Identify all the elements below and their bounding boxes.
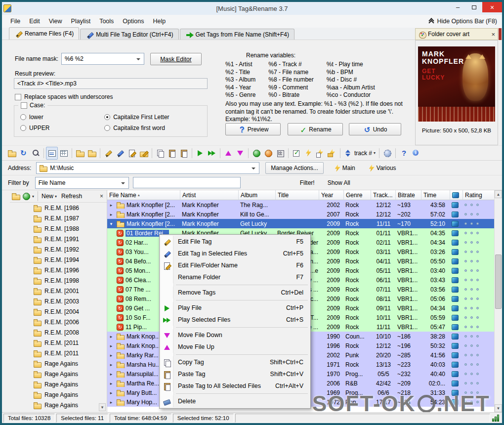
file-row[interactable]: ▸Mark Knopfler [2...Mark KnopflerKill to… xyxy=(107,210,494,219)
tree-item[interactable]: R.E.M. [1988 xyxy=(10,223,107,234)
menuitem-edit-file-tag[interactable]: Edit File TagF5 xyxy=(161,236,309,248)
lightning-copy-button[interactable] xyxy=(314,147,326,160)
address-combo[interactable]: M:\Music xyxy=(36,162,259,174)
cover-close-icon[interactable]: × xyxy=(491,31,495,38)
tab-folder-cover-art[interactable]: Folder cover art × xyxy=(415,28,498,40)
replace-underscores-option[interactable]: Replace spaces with underscores xyxy=(15,93,113,100)
tree-item[interactable]: Rage Agains xyxy=(10,389,107,400)
network-icon[interactable] xyxy=(22,192,31,201)
scroll-thumb[interactable] xyxy=(495,255,502,309)
menuitem-copy-tag[interactable]: Copy TagShift+Ctrl+C xyxy=(161,356,309,368)
folder-closed-button[interactable] xyxy=(86,147,98,160)
tree-item[interactable]: R.E.M. [2011 xyxy=(10,348,107,358)
tree-item[interactable]: Rage Agains xyxy=(10,400,107,410)
lightning-folder-button[interactable] xyxy=(326,147,338,160)
column-header-bitrate[interactable]: Bitrate xyxy=(396,190,421,200)
search-button[interactable] xyxy=(30,147,42,160)
web-green-button[interactable] xyxy=(251,147,262,160)
scroll-up-icon[interactable]: ▲ xyxy=(495,190,502,198)
menuitem-move-file-up[interactable]: Move File Up xyxy=(161,341,309,353)
paste-all-button[interactable] xyxy=(178,147,190,160)
column-header-file-name[interactable]: File Name▴ xyxy=(107,190,180,200)
column-header-tag-type[interactable] xyxy=(450,190,463,200)
mask-editor-button[interactable]: Mask Editor xyxy=(150,53,202,65)
view-table-button[interactable] xyxy=(58,147,70,160)
expand-arrow-icon[interactable]: ▾ xyxy=(107,221,115,226)
check-pen-button[interactable] xyxy=(291,147,302,160)
menu-edit[interactable]: Edit xyxy=(25,16,44,27)
tree-item[interactable]: R.E.M. [2008 xyxy=(10,327,107,338)
preview-button[interactable]: Preview xyxy=(225,123,281,135)
tab-get-tags-from-file-name-shift-f4[interactable]: Get Tags from File Name (Shift+F4) xyxy=(180,29,295,40)
tree-item[interactable]: R.E.M. [2004 xyxy=(10,306,107,317)
new-folder-icon[interactable] xyxy=(11,192,20,201)
tab-rename-files-f4[interactable]: Rename Files (F4) xyxy=(9,27,79,40)
column-header-artist[interactable]: Artist xyxy=(180,190,239,200)
expand-arrow-icon[interactable]: ▸ xyxy=(107,203,115,208)
tri-down-button[interactable] xyxy=(234,147,246,160)
folder-open-button[interactable] xyxy=(6,147,18,160)
tree-item[interactable]: R.E.M. [2001 xyxy=(10,286,107,296)
paste-button[interactable] xyxy=(166,147,178,160)
expand-arrow-icon[interactable]: ▸ xyxy=(107,390,115,395)
keypad-button[interactable] xyxy=(274,147,286,160)
case-option-lower[interactable]: lower xyxy=(20,112,104,123)
show-all-button[interactable]: Show All xyxy=(324,179,354,186)
menuitem-rename-folder[interactable]: Rename FolderF7 xyxy=(161,271,309,283)
tree-item[interactable]: Rage Agains xyxy=(10,369,107,379)
column-header-year[interactable]: Year xyxy=(319,190,344,200)
minimize-button[interactable]: – xyxy=(450,2,466,12)
tree-close-icon[interactable]: × xyxy=(98,193,105,200)
expand-arrow-icon[interactable]: ▸ xyxy=(107,353,115,358)
folder-open-button[interactable] xyxy=(74,147,86,160)
expand-arrow-icon[interactable]: ▸ xyxy=(107,381,115,386)
menuitem-edit-tag-in-selected-files[interactable]: Edit Tag in Selected FilesCtrl+F5 xyxy=(161,248,309,259)
menuitem-edit-file-folder-name[interactable]: Edit File/Folder NameF6 xyxy=(161,259,309,271)
case-option-capitalize-first-word[interactable]: Capitalize first word xyxy=(104,123,203,133)
refresh-button[interactable] xyxy=(18,147,30,160)
lightning-button[interactable] xyxy=(302,147,314,160)
tri-up-button[interactable] xyxy=(222,147,234,160)
filter-field-combo[interactable]: File Name xyxy=(35,177,129,189)
expand-arrow-icon[interactable]: ▸ xyxy=(107,400,115,405)
case-option-capitalize-first-letter[interactable]: Capitalize First Letter xyxy=(104,112,203,123)
menuitem-remove-tags[interactable]: Remove TagsCtrl+Del xyxy=(161,287,309,298)
checkbox-icon[interactable] xyxy=(15,94,21,100)
menu-tools[interactable]: Tools xyxy=(95,16,118,27)
file-row[interactable]: ▾Mark Knopfler [2...Mark KnopflerGet Luc… xyxy=(107,219,494,228)
copy-button[interactable] xyxy=(154,147,166,160)
menuitem-paste-tag[interactable]: Paste TagShift+Ctrl+V xyxy=(161,368,309,380)
tree-item[interactable]: R.E.M. [1994 xyxy=(10,255,107,265)
pen-yellow-button[interactable] xyxy=(102,147,114,160)
menu-options[interactable]: Options xyxy=(118,16,148,27)
menu-playlist[interactable]: Playlist xyxy=(67,16,95,27)
web-orange-button[interactable] xyxy=(262,147,274,160)
column-header-genre[interactable]: Genre xyxy=(344,190,371,200)
tree-item[interactable]: R.E.M. [1992 xyxy=(10,244,107,255)
hide-options-bar-button[interactable]: Hide Options Bar (F8) xyxy=(429,15,497,28)
tree-item[interactable]: R.E.M. [1986 xyxy=(10,203,107,213)
maximize-button[interactable] xyxy=(466,2,482,12)
file-row[interactable]: ▸Mark Knopfler [2...Mark KnopflerThe Rag… xyxy=(107,200,494,210)
expand-arrow-icon[interactable]: ▸ xyxy=(107,334,115,339)
menu-help[interactable]: Help xyxy=(148,16,170,27)
new-dropdown-icon[interactable]: ▾ xyxy=(55,194,57,199)
pen-blue-button[interactable] xyxy=(114,147,126,160)
column-header-track[interactable]: Track... xyxy=(371,190,396,200)
expand-arrow-icon[interactable]: ▸ xyxy=(107,212,115,217)
column-header-rating[interactable]: Rating xyxy=(463,190,494,200)
tree-scroll-down-icon[interactable]: ▾ xyxy=(99,403,106,411)
page-pen-button[interactable] xyxy=(126,147,138,160)
tree-item[interactable]: R.E.M. [1998 xyxy=(10,275,107,286)
column-header-title[interactable]: Title xyxy=(276,190,319,200)
tab-multi-file-tag-editor-ctrl-f4[interactable]: Multi File Tag Editor (Ctrl+F4) xyxy=(80,29,178,40)
new-button[interactable]: New xyxy=(42,193,53,200)
tree-item[interactable]: R.E.M. [1991 xyxy=(10,234,107,244)
scroll-down-icon[interactable]: ▼ xyxy=(495,404,502,412)
menu-view[interactable]: View xyxy=(44,16,67,27)
main-actions-button[interactable]: Main xyxy=(328,162,361,174)
menuitem-paste-tag-to-all-selected-files[interactable]: Paste Tag to All Selected FilesCtrl+Alt+… xyxy=(161,380,309,392)
expand-arrow-icon[interactable]: ▸ xyxy=(107,343,115,348)
close-button[interactable]: × xyxy=(482,2,502,12)
tree-item[interactable]: Rage Agains xyxy=(10,358,107,369)
